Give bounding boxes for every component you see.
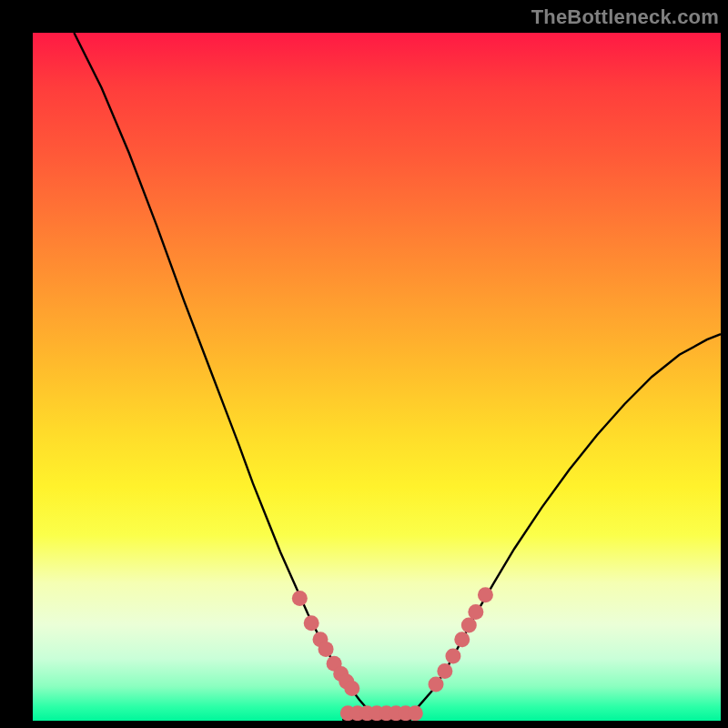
right-curve-line bbox=[398, 334, 721, 720]
scatter-dot bbox=[408, 705, 423, 721]
left-curve-line bbox=[74, 33, 410, 720]
scatter-dot bbox=[304, 615, 319, 631]
scatter-dot bbox=[454, 632, 470, 647]
watermark-text: TheBottleneck.com bbox=[531, 5, 719, 29]
scatter-dot bbox=[292, 591, 308, 606]
scatter-dot bbox=[429, 676, 444, 692]
scatter-dot bbox=[468, 604, 483, 620]
scatter-dot bbox=[478, 587, 493, 602]
plot-area bbox=[33, 33, 721, 721]
curve-layer bbox=[33, 33, 721, 721]
scatter-dot bbox=[344, 681, 359, 696]
scatter-dot bbox=[318, 642, 334, 657]
scatter-dot bbox=[437, 663, 452, 679]
scatter-dot bbox=[445, 648, 460, 663]
scatter-dot bbox=[461, 617, 477, 632]
chart-container: TheBottleneck.com bbox=[0, 0, 728, 728]
scatter-dots bbox=[292, 587, 493, 721]
